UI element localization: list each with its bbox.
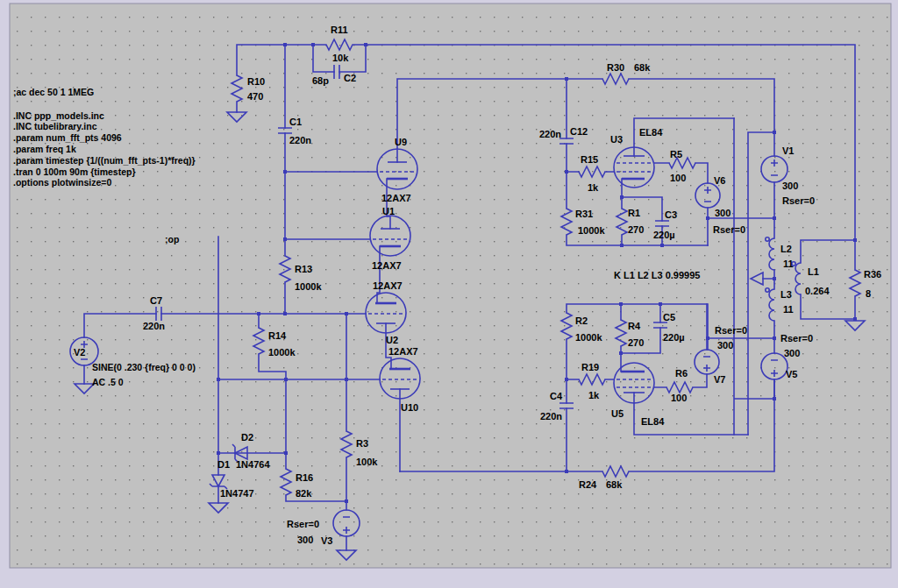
ltspice-schematic-window: ;ac dec 50 1 1MEG .INC ppp_models.inc .I… — [0, 0, 898, 588]
label-R24[interactable]: R24 — [579, 479, 597, 490]
type-U3[interactable]: EL84 — [639, 127, 663, 138]
rser-V3[interactable]: Rser=0 — [287, 519, 319, 529]
value-R13[interactable]: 1000k — [295, 281, 322, 292]
value-R31[interactable]: 1000k — [578, 225, 605, 236]
label-C1[interactable]: C1 — [289, 117, 302, 127]
label-R13[interactable]: R13 — [295, 264, 312, 274]
label-U2[interactable]: U2 — [386, 335, 398, 345]
label-R31[interactable]: R31 — [575, 209, 593, 219]
type-U1[interactable]: 12AX7 — [372, 260, 402, 271]
value-L2[interactable]: 11 — [783, 259, 794, 269]
value-R24[interactable]: 68k — [606, 479, 623, 490]
value-V7[interactable]: 300 — [717, 340, 733, 351]
value-R1[interactable]: 270 — [628, 224, 644, 235]
directive-options[interactable]: .options plotwinsize=0 — [13, 177, 111, 188]
value-V2-sine[interactable]: SINE(0 .230 {freq} 0 0 0) — [92, 362, 196, 372]
label-R1[interactable]: R1 — [628, 208, 640, 218]
label-R6[interactable]: R6 — [675, 368, 688, 379]
type-U5[interactable]: EL84 — [641, 416, 665, 427]
rser-V6[interactable]: Rser=0 — [713, 224, 745, 235]
label-R16[interactable]: R16 — [296, 472, 313, 483]
label-C3[interactable]: C3 — [665, 209, 677, 220]
label-R15[interactable]: R15 — [581, 154, 598, 165]
label-V3[interactable]: V3 — [321, 535, 332, 546]
label-L2[interactable]: L2 — [780, 244, 792, 254]
value-L3[interactable]: 11 — [783, 304, 794, 315]
label-R4[interactable]: R4 — [628, 321, 641, 331]
value-R16[interactable]: 82k — [296, 488, 312, 499]
value-L1[interactable]: 0.264 — [805, 286, 830, 296]
label-L3[interactable]: L3 — [780, 289, 792, 300]
value-C4[interactable]: 220n — [540, 411, 562, 422]
value-C12[interactable]: 220n — [539, 129, 561, 139]
label-R3[interactable]: R3 — [356, 438, 368, 449]
value-R3[interactable]: 100k — [356, 457, 378, 467]
label-R10[interactable]: R10 — [247, 76, 265, 87]
value-R10[interactable]: 470 — [247, 91, 263, 102]
label-R30[interactable]: R30 — [607, 62, 624, 73]
type-U9[interactable]: 12AX7 — [381, 193, 411, 203]
label-D1[interactable]: D1 — [217, 459, 230, 470]
directive-op[interactable]: ;op — [165, 234, 179, 244]
label-V1[interactable]: V1 — [782, 145, 794, 156]
label-L1[interactable]: L1 — [808, 266, 819, 277]
grid-dots — [11, 4, 890, 567]
label-D2[interactable]: D2 — [241, 432, 253, 443]
label-V5[interactable]: V5 — [786, 369, 797, 379]
label-R11[interactable]: R11 — [331, 25, 348, 35]
value-R5[interactable]: 100 — [670, 173, 686, 183]
value-R6[interactable]: 100 — [671, 393, 687, 403]
value-R30[interactable]: 68k — [634, 62, 651, 73]
value-D2[interactable]: 1N4764 — [236, 459, 270, 470]
value-V3[interactable]: 300 — [297, 535, 313, 545]
value-D1[interactable]: 1N4747 — [220, 488, 254, 499]
label-R5[interactable]: R5 — [670, 149, 682, 159]
label-U1[interactable]: U1 — [382, 206, 395, 216]
value-C1[interactable]: 220n — [289, 135, 311, 145]
value-R11[interactable]: 10k — [332, 53, 349, 63]
label-U10[interactable]: U10 — [401, 402, 418, 413]
directive-inc1[interactable]: .INC ppp_models.inc — [13, 110, 104, 121]
directive-inc2[interactable]: .INC tubelibrary.inc — [13, 121, 97, 131]
label-C12[interactable]: C12 — [570, 126, 588, 137]
value-C5[interactable]: 220µ — [663, 332, 685, 343]
value-V2-ac[interactable]: AC .5 0 — [92, 377, 124, 387]
type-U2[interactable]: 12AX7 — [373, 280, 403, 291]
label-R36[interactable]: R36 — [864, 269, 881, 280]
value-R15[interactable]: 1k — [588, 182, 599, 193]
label-R14[interactable]: R14 — [268, 330, 287, 341]
label-V7[interactable]: V7 — [714, 374, 725, 385]
directive-k-coupling[interactable]: K L1 L2 L3 0.99995 — [614, 270, 700, 280]
rser-V7[interactable]: Rser=0 — [715, 325, 747, 336]
value-R14[interactable]: 1000k — [268, 347, 296, 358]
label-U9[interactable]: U9 — [395, 137, 407, 147]
label-U3[interactable]: U3 — [610, 134, 623, 145]
label-C7[interactable]: C7 — [150, 295, 162, 306]
rser-V1[interactable]: Rser=0 — [782, 195, 815, 206]
label-C4[interactable]: C4 — [550, 391, 563, 401]
directive-ac[interactable]: ;ac dec 50 1 1MEG — [13, 87, 94, 97]
directive-param-timestep[interactable]: .param timestep {1/((num_fft_pts-1)*freq… — [13, 155, 196, 166]
label-R19[interactable]: R19 — [581, 362, 599, 372]
label-V2[interactable]: V2 — [74, 347, 85, 358]
directive-param-fft[interactable]: .param num_fft_pts 4096 — [13, 132, 122, 143]
value-R19[interactable]: 1k — [588, 390, 600, 400]
type-U10[interactable]: 12AX7 — [388, 346, 418, 357]
label-C5[interactable]: C5 — [663, 312, 675, 322]
value-V5[interactable]: 300 — [784, 348, 800, 358]
value-R2[interactable]: 1000k — [575, 332, 602, 343]
value-R36[interactable]: 8 — [866, 288, 871, 299]
label-C2[interactable]: C2 — [344, 73, 356, 83]
value-C7[interactable]: 220n — [143, 321, 165, 331]
label-U5[interactable]: U5 — [611, 408, 624, 419]
value-C3[interactable]: 220µ — [653, 230, 675, 240]
directive-param-freq[interactable]: .param freq 1k — [13, 144, 76, 154]
directive-tran[interactable]: .tran 0 100m 90m {timestep} — [13, 166, 135, 177]
value-R4[interactable]: 270 — [628, 337, 644, 348]
value-V1[interactable]: 300 — [782, 181, 798, 191]
label-R2[interactable]: R2 — [575, 315, 588, 326]
value-V6[interactable]: 300 — [715, 208, 731, 218]
rser-V5[interactable]: Rser=0 — [780, 333, 813, 344]
value-C2[interactable]: 68p — [312, 75, 329, 86]
label-V6[interactable]: V6 — [714, 175, 725, 186]
